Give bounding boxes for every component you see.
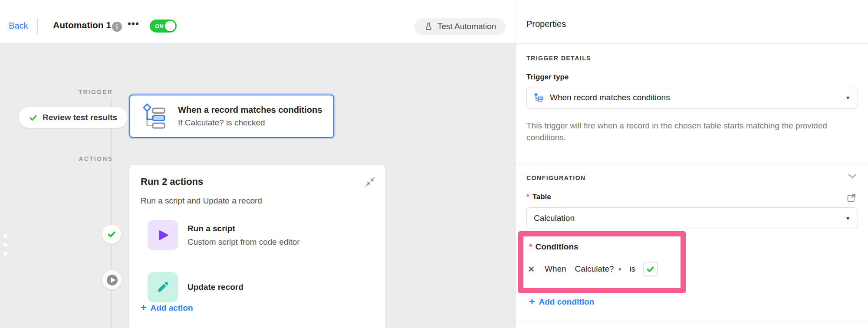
actions-section-label: ACTIONS bbox=[26, 155, 113, 162]
plus-icon: + bbox=[141, 303, 146, 313]
caret-down-icon: ▼ bbox=[618, 267, 622, 271]
trigger-description: This trigger will fire when a record in … bbox=[526, 120, 864, 143]
panel-divider bbox=[516, 322, 868, 322]
review-pill-label: Review test results bbox=[43, 113, 117, 122]
update-record-icon bbox=[148, 272, 178, 302]
properties-panel: Properties TRIGGER DETAILS Trigger type … bbox=[516, 0, 868, 328]
plus-icon: + bbox=[529, 297, 535, 307]
review-test-results-button[interactable]: Review test results bbox=[19, 107, 128, 128]
play-icon bbox=[106, 274, 118, 286]
table-label: Table bbox=[533, 193, 551, 201]
flow-connector-line bbox=[111, 98, 112, 328]
table-select[interactable]: Calculation ▼ bbox=[526, 207, 858, 229]
action-row-run-script[interactable]: Run a script Custom script from code edi… bbox=[148, 220, 300, 250]
chevron-down-icon[interactable] bbox=[848, 174, 857, 179]
actions-card-title: Run 2 actions bbox=[141, 176, 203, 187]
trigger-success-badge bbox=[102, 225, 121, 244]
trigger-card[interactable]: When a record matches conditions If Calc… bbox=[129, 95, 334, 138]
trigger-details-section-label: TRIGGER DETAILS bbox=[526, 55, 591, 62]
configuration-section-label: CONFIGURATION bbox=[526, 174, 586, 181]
trigger-card-title: When a record matches conditions bbox=[178, 105, 322, 115]
required-marker: * bbox=[529, 242, 532, 251]
action-subtitle: Custom script from code editor bbox=[187, 237, 300, 247]
action-title: Run a script bbox=[187, 224, 300, 233]
drag-handle[interactable] bbox=[3, 234, 7, 256]
add-condition-button[interactable]: + Add condition bbox=[529, 297, 594, 307]
toggle-state-label: ON bbox=[155, 23, 164, 30]
conditions-label: Conditions bbox=[535, 242, 578, 251]
table-value: Calculation bbox=[534, 213, 575, 223]
condition-operator: is bbox=[629, 264, 635, 274]
condition-field-select[interactable]: Calculate? ▼ bbox=[575, 264, 622, 274]
actions-card-divider bbox=[129, 327, 385, 327]
run-step-button[interactable] bbox=[102, 270, 122, 289]
record-matches-conditions-mini-icon bbox=[534, 92, 544, 103]
trigger-type-select[interactable]: When record matches conditions ▼ bbox=[526, 87, 858, 108]
action-row-text: Run a script Custom script from code edi… bbox=[187, 224, 300, 247]
add-action-button[interactable]: + Add action bbox=[141, 303, 193, 313]
trigger-card-subtitle: If Calculate? is checked bbox=[178, 118, 322, 128]
trigger-card-text: When a record matches conditions If Calc… bbox=[178, 105, 322, 128]
actions-card: Run 2 actions Run a script and Update a … bbox=[129, 165, 385, 328]
caret-down-icon: ▼ bbox=[845, 216, 851, 221]
flask-icon bbox=[424, 22, 433, 31]
header-divider bbox=[37, 18, 38, 34]
conditions-field-label: *Conditions bbox=[529, 242, 579, 252]
more-menu-icon[interactable]: ••• bbox=[128, 18, 139, 30]
test-automation-label: Test Automation bbox=[437, 22, 496, 31]
required-marker: * bbox=[526, 193, 529, 201]
info-icon[interactable]: i bbox=[112, 22, 122, 32]
condition-field-value: Calculate? bbox=[575, 264, 614, 274]
trigger-type-value: When record matches conditions bbox=[550, 93, 670, 102]
check-icon bbox=[646, 265, 654, 273]
remove-condition-icon[interactable]: ✕ bbox=[528, 264, 535, 274]
add-action-label: Add action bbox=[150, 303, 193, 313]
run-script-icon bbox=[148, 220, 178, 250]
automation-canvas: TRIGGER Review test results When a recor… bbox=[0, 43, 516, 328]
panel-title: Properties bbox=[526, 19, 566, 29]
action-title: Update record bbox=[187, 282, 243, 292]
automation-title: Automation 1 bbox=[53, 20, 111, 30]
open-in-new-icon[interactable] bbox=[846, 193, 857, 203]
back-link[interactable]: Back bbox=[9, 21, 28, 31]
check-icon bbox=[107, 230, 116, 239]
trigger-section-label: TRIGGER bbox=[26, 89, 113, 95]
trigger-type-label: Trigger type bbox=[526, 73, 569, 82]
caret-down-icon: ▼ bbox=[845, 95, 851, 101]
automation-on-toggle[interactable]: ON bbox=[150, 20, 177, 33]
conditions-highlight-box: *Conditions ✕ When Calculate? ▼ is bbox=[518, 231, 686, 293]
record-matches-conditions-icon bbox=[142, 103, 167, 130]
panel-divider bbox=[516, 43, 868, 44]
check-icon bbox=[29, 114, 37, 122]
action-row-text: Update record bbox=[187, 282, 243, 292]
add-condition-label: Add condition bbox=[539, 297, 594, 307]
actions-card-subtitle: Run a script and Update a record bbox=[141, 196, 262, 206]
table-field-label: *Table bbox=[526, 193, 551, 201]
condition-value-checkbox[interactable] bbox=[643, 262, 658, 276]
collapse-icon[interactable] bbox=[365, 176, 376, 187]
action-row-update-record[interactable]: Update record bbox=[148, 272, 243, 302]
toggle-knob bbox=[165, 21, 175, 31]
panel-divider bbox=[516, 164, 868, 164]
condition-row: ✕ When Calculate? ▼ is bbox=[528, 262, 658, 276]
test-automation-button[interactable]: Test Automation bbox=[414, 18, 506, 35]
condition-when-label: When bbox=[545, 264, 566, 274]
